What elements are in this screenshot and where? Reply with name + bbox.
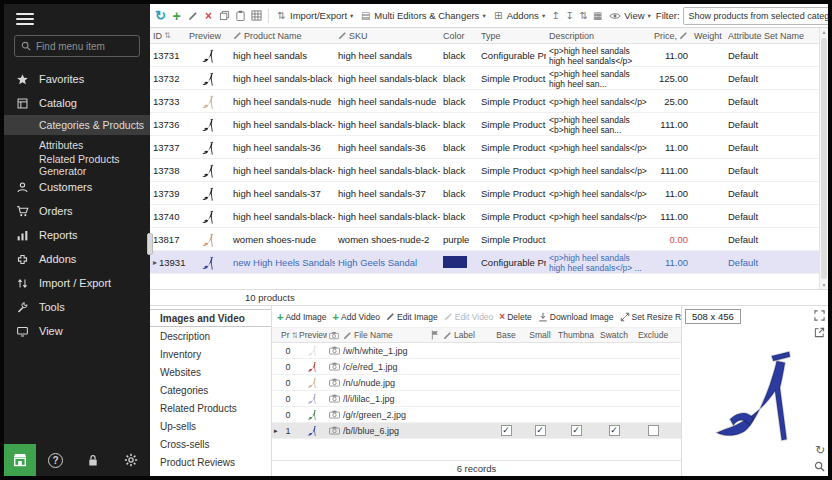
set-resize-rule-button[interactable]: Set Resize Rule [620,312,681,322]
sidebar-search-input[interactable]: Find menu item [14,35,140,57]
multi-editors-button[interactable]: ▤Multi Editors & Changers▾ [358,9,487,22]
column-header-small[interactable]: Small [523,328,557,342]
sidebar-item-orders[interactable]: Orders [4,199,150,223]
download-image-button[interactable]: Download Image [538,312,614,322]
sort-desc-icon[interactable]: ↧ [564,10,575,21]
paste-icon[interactable] [234,10,247,21]
image-row-1[interactable]: 0/w/h/white_1.jpg [272,343,681,359]
delete-button[interactable]: ×Delete [499,311,531,322]
checkbox-thumb[interactable]: ✓ [571,425,582,436]
column-header-sku[interactable]: SKU [335,28,440,43]
column-header-exclude[interactable]: Exclude [633,328,673,342]
add-video-button[interactable]: +Add Video [333,311,381,323]
checkbox-small[interactable]: ✓ [535,425,546,436]
image-row-4[interactable]: 0/l/i/lilac_1.jpg [272,391,681,407]
vertical-scrollbar[interactable]: ▲ ▼ [819,28,828,289]
checkbox-swatch[interactable]: ✓ [609,425,620,436]
column-header-base[interactable]: Base [489,328,523,342]
tab-description[interactable]: Description [150,327,271,345]
sidebar-item-import-export[interactable]: Import / Export [4,271,150,295]
column-header-pr[interactable]: Pr⇅ [279,328,297,342]
product-row-13736[interactable]: 13736high heel sandals-black-36high heel… [150,113,819,136]
camera-column-icon[interactable] [327,328,341,342]
scroll-up-icon[interactable]: ▲ [820,29,828,35]
column-header-product-name[interactable]: Product Name [230,28,335,43]
help-icon[interactable]: ? [48,453,63,468]
edit-image-button[interactable]: Edit Image [386,312,438,322]
rotate-icon[interactable]: ↻ [815,444,825,456]
sidebar-item-favorites[interactable]: Favorites [4,67,150,91]
product-row-13817[interactable]: 13817women shoes-nudewomen shoes-nude-2p… [150,228,819,251]
column-header-type[interactable]: Type [478,28,546,43]
image-row-6[interactable]: ▸1/b/l/blue_6.jpg✓✓✓✓ [272,423,681,439]
sort-asc-icon[interactable]: ↥ [550,10,561,21]
zoom-icon[interactable] [814,461,825,472]
scroll-thumb[interactable] [821,38,827,279]
add-image-button[interactable]: +Add Image [277,311,327,323]
tab-websites[interactable]: Websites [150,363,271,381]
tab-inventory[interactable]: Inventory [150,345,271,363]
product-row-13732[interactable]: 13732high heel sandals-blackhigh heel sa… [150,67,819,90]
product-row-13740[interactable]: 13740high heel sandals-black-38high heel… [150,205,819,228]
refresh-icon[interactable]: ↻ [154,8,167,23]
menu-hamburger-icon[interactable] [16,13,34,25]
column-header-preview[interactable]: Preview [297,328,327,342]
column-header-swatch[interactable]: Swatch [595,328,633,342]
tab-related-products[interactable]: Related Products [150,399,271,417]
add-product-icon[interactable]: + [170,8,183,24]
row-expander-icon[interactable]: ▸ [153,258,157,267]
filter-select[interactable]: Show products from selected categories▾ [683,7,828,25]
flag-column-icon[interactable] [429,328,441,342]
column-header-id[interactable]: ID⇅ [150,28,186,43]
sidebar-item-tools[interactable]: Tools [4,295,150,319]
checkbox-exclude[interactable] [648,425,659,436]
sidebar-item-customers[interactable]: Customers [4,175,150,199]
sidebar-item-catalog[interactable]: Catalog [4,91,150,115]
product-row-13739[interactable]: 13739high heel sandals-37high heel sanda… [150,182,819,205]
open-external-icon[interactable] [814,327,825,338]
checkbox-base[interactable]: ✓ [501,425,512,436]
product-row-13931[interactable]: ▸13931new High Heels SandalsHigh Geels S… [150,251,819,274]
tab-up-sells[interactable]: Up-sells [150,417,271,435]
column-header-price[interactable]: Price, [651,28,691,43]
column-header-color[interactable]: Color [440,28,478,43]
import-export-button[interactable]: ⇅Import/Export▾ [274,9,355,22]
column-header-file-name[interactable]: File Name [341,328,429,342]
lock-icon[interactable] [87,454,99,467]
sidebar-subitem-related-products-generator[interactable]: Related Products Generator [4,155,150,175]
tab-images-and-video[interactable]: Images and Video [150,309,271,327]
gear-icon[interactable] [124,453,138,467]
image-row-2[interactable]: 0/c/e/red_1.jpg [272,359,681,375]
product-row-13731[interactable]: 13731high heel sandalshigh heel sandalsb… [150,44,819,67]
column-header-label[interactable]: Label [441,328,489,342]
tab-product-reviews[interactable]: Product Reviews [150,453,271,471]
column-header-attribute-set-name[interactable]: Attribute Set Name [725,28,819,43]
sidebar-item-view[interactable]: View [4,319,150,343]
delete-product-icon[interactable]: × [202,9,215,23]
sidebar-subitem-attributes[interactable]: Attributes [4,135,150,155]
tab-categories[interactable]: Categories [150,381,271,399]
image-row-5[interactable]: 0/g/r/green_2.jpg [272,407,681,423]
addons-button[interactable]: ⊞Addons▾ [491,9,548,22]
sidebar-subitem-categories-products[interactable]: Categories & Products [4,115,150,135]
store-icon[interactable] [4,444,36,476]
product-row-13733[interactable]: 13733high heel sandals-nudehigh heel san… [150,90,819,113]
swap-rows-icon[interactable]: ⇅ [578,10,589,21]
sidebar-item-addons[interactable]: Addons [4,247,150,271]
product-row-13737[interactable]: 13737high heel sandals-36high heel sanda… [150,136,819,159]
scroll-down-icon[interactable]: ▼ [820,282,828,288]
edit-product-icon[interactable] [186,11,199,21]
column-header-description[interactable]: Description [546,28,651,43]
product-row-13738[interactable]: 13738high heel sandals-black-37high heel… [150,159,819,182]
image-row-3[interactable]: 0/n/u/nude.jpg [272,375,681,391]
view-button[interactable]: View▾ [606,9,653,22]
copy-icon[interactable] [218,10,231,21]
sidebar-item-reports[interactable]: Reports [4,223,150,247]
pane-splitter[interactable] [147,233,153,255]
column-header-preview[interactable]: Preview [186,28,230,43]
fullscreen-icon[interactable] [814,310,825,321]
layout-icon[interactable]: ▦ [592,10,603,21]
column-header-weight[interactable]: Weight [691,28,725,43]
tab-cross-sells[interactable]: Cross-sells [150,435,271,453]
column-header-thumbna[interactable]: Thumbna [557,328,595,342]
